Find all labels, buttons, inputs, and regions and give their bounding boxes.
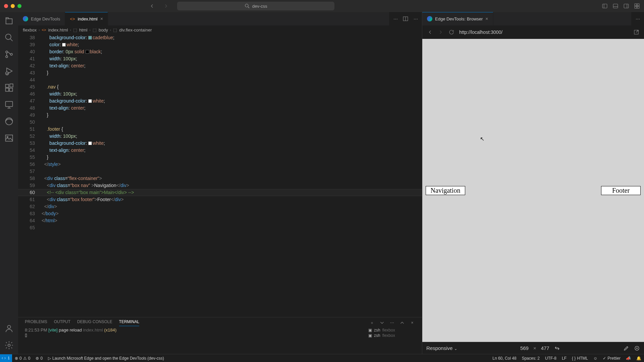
svg-rect-17 [6, 102, 13, 107]
status-language[interactable]: { } HTML [569, 356, 591, 361]
breadcrumb-item[interactable]: body [99, 27, 108, 33]
breadcrumb-item[interactable]: index.html [48, 27, 68, 33]
command-center[interactable]: dev-css [177, 2, 334, 10]
close-panel-icon[interactable]: × [409, 320, 415, 326]
status-problems[interactable]: ⊗0 ⚠0 [12, 354, 33, 362]
search-icon[interactable] [4, 33, 14, 42]
status-launch-task[interactable]: ▷Launch Microsoft Edge and open the Edge… [45, 354, 167, 362]
extensions-icon[interactable] [4, 83, 14, 93]
megaphone-icon: 📣 [626, 356, 631, 361]
rotate-icon[interactable] [554, 345, 560, 351]
tab-edge-browser[interactable]: Edge DevTools: Browser × [422, 12, 493, 25]
device-select[interactable]: Responsive ⌄ [426, 345, 457, 351]
svg-point-25 [635, 346, 639, 350]
panel-tab-output[interactable]: OUTPUT [54, 319, 70, 326]
browser-forward-icon[interactable] [438, 29, 444, 35]
source-control-icon[interactable] [4, 50, 14, 59]
more-icon[interactable]: ⋯ [389, 320, 395, 326]
status-copilot[interactable]: ☺ [591, 356, 600, 361]
run-debug-icon[interactable] [4, 66, 14, 76]
remote-indicator[interactable]: 1 [0, 354, 12, 362]
check-icon: ✓ [603, 356, 606, 361]
terminal-cursor: ▯ [25, 333, 362, 338]
breadcrumb-item[interactable]: flexbox [23, 27, 37, 33]
viewport-width[interactable]: 569 [520, 345, 529, 351]
terminal-tag: [vite] [48, 327, 57, 333]
chevron-down-icon[interactable] [379, 320, 385, 326]
code-editor[interactable]: 3839404142434445464748495051525354555657… [18, 34, 422, 317]
browser-back-icon[interactable] [427, 29, 433, 35]
viewport-height[interactable]: 477 [541, 345, 549, 351]
panel-tab-terminal[interactable]: TERMINAL [119, 319, 140, 326]
back-icon[interactable] [149, 3, 155, 9]
svg-rect-7 [637, 6, 639, 8]
layout-sidebar-right-icon[interactable] [623, 3, 629, 9]
new-terminal-icon[interactable]: ＋ [369, 320, 375, 326]
tab-label: Edge DevTools: Browser [435, 16, 483, 21]
breadcrumb-item[interactable]: div.flex-container [119, 27, 152, 33]
layout-panel-icon[interactable] [612, 3, 619, 9]
panel-tab-problems[interactable]: PROBLEMS [25, 319, 47, 326]
terminal-session[interactable]: ▣zsh flexbox [368, 333, 415, 338]
layout-sidebar-left-icon[interactable] [602, 3, 608, 9]
edge-devtools-icon[interactable] [4, 117, 14, 126]
overflow-icon[interactable]: ⋯ [413, 16, 419, 22]
status-bell[interactable]: 🔔 [634, 356, 644, 361]
svg-rect-4 [635, 4, 637, 6]
radio-icon: ⊚ [36, 356, 39, 361]
close-window-icon[interactable] [4, 4, 8, 8]
more-icon[interactable]: ⋯ [392, 16, 398, 22]
tab-index-html[interactable]: <> index.html × [65, 12, 108, 25]
inspect-icon[interactable] [634, 345, 640, 351]
layout-customize-icon[interactable] [634, 3, 640, 9]
settings-gear-icon[interactable] [4, 341, 14, 350]
status-eol[interactable]: LF [559, 356, 569, 361]
remote-explorer-icon[interactable] [4, 100, 14, 109]
terminal-sessions: ▣zsh flexbox ▣zsh flexbox [368, 327, 415, 353]
forward-icon[interactable] [163, 3, 169, 9]
edge-icon [427, 16, 432, 21]
browser-preview[interactable]: Navigation Footer ↖ [422, 39, 644, 342]
tab-edge-devtools[interactable]: Edge DevTools [18, 12, 65, 25]
browser-reload-icon[interactable] [448, 29, 454, 35]
image-preview-icon[interactable] [4, 133, 14, 143]
zoom-window-icon[interactable] [17, 4, 21, 8]
status-indentation[interactable]: Spaces: 2 [519, 356, 542, 361]
status-feedback[interactable]: 📣 [623, 356, 634, 361]
svg-rect-19 [6, 135, 13, 141]
braces-icon: { } [572, 356, 576, 361]
svg-point-22 [8, 344, 10, 347]
breadcrumb-item[interactable]: html [79, 27, 88, 33]
terminal-output[interactable]: 8:21:53 PM [vite] page reload index.html… [25, 327, 362, 353]
panel-tab-debug-console[interactable]: DEBUG CONSOLE [77, 319, 112, 326]
url-bar[interactable]: http://localhost:3000/ [459, 29, 629, 35]
status-prettier[interactable]: ✓ Prettier [600, 356, 623, 361]
accounts-icon[interactable] [4, 324, 14, 333]
terminal-msg: page reload [59, 327, 82, 333]
maximize-panel-icon[interactable] [399, 320, 405, 326]
status-encoding[interactable]: UTF-8 [542, 356, 559, 361]
nav-box: Navigation [426, 186, 465, 195]
terminal-session[interactable]: ▣zsh flexbox [368, 327, 415, 333]
editor-actions: ⋯ ⋯ [389, 12, 422, 25]
status-ports[interactable]: ⊚0 [33, 354, 45, 362]
status-bar: 1 ⊗0 ⚠0 ⊚0 ▷Launch Microsoft Edge and op… [0, 354, 644, 362]
status-cursor-position[interactable]: Ln 60, Col 48 [490, 356, 519, 361]
breadcrumb[interactable]: flexbox› <> index.html› ⬚html› ⬚body› ⬚d… [18, 25, 422, 34]
svg-point-8 [6, 34, 11, 40]
svg-rect-5 [637, 4, 639, 6]
svg-rect-16 [10, 84, 13, 87]
overflow-icon[interactable]: ⋯ [635, 16, 641, 22]
tab-label: index.html [78, 16, 98, 21]
edit-icon[interactable] [623, 345, 629, 351]
footer-box: Footer [601, 186, 641, 195]
titlebar: dev-css [0, 0, 644, 12]
close-tab-icon[interactable]: × [485, 16, 488, 21]
terminal-icon: ▣ [368, 333, 372, 338]
split-editor-icon[interactable] [402, 16, 409, 22]
open-external-icon[interactable] [633, 29, 639, 35]
explorer-icon[interactable] [4, 16, 14, 25]
svg-rect-6 [635, 6, 637, 8]
close-tab-icon[interactable]: × [100, 16, 103, 21]
minimize-window-icon[interactable] [11, 4, 15, 8]
